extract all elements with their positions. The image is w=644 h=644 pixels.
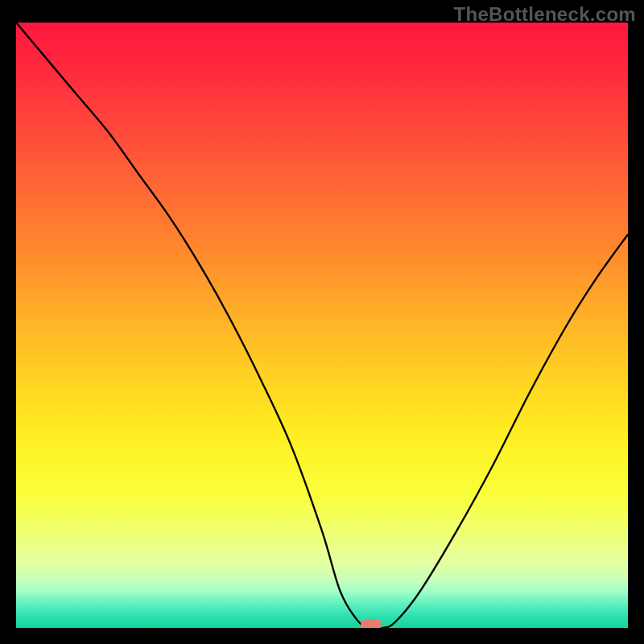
chart-frame: TheBottleneck.com: [0, 0, 644, 644]
optimum-marker: [361, 619, 382, 628]
bottleneck-curve: [16, 23, 628, 628]
plot-area: [16, 23, 628, 628]
watermark-text: TheBottleneck.com: [454, 3, 636, 26]
curve-path: [16, 23, 628, 628]
